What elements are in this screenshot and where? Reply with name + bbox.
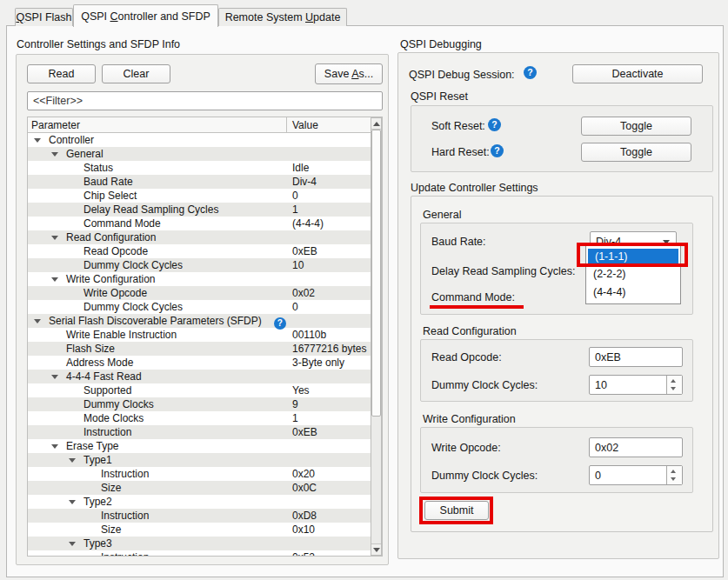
table-row[interactable]: Dummy Clock Cycles0	[28, 300, 371, 314]
write-opcode-input[interactable]: 0x02	[589, 437, 683, 457]
parameter-cell: Size	[28, 523, 121, 536]
column-header-parameter[interactable]: Parameter	[31, 119, 80, 131]
table-row[interactable]: StatusIdle	[28, 161, 371, 175]
expand-arrow-icon[interactable]	[51, 152, 58, 157]
table-header[interactable]: Parameter Value	[28, 117, 371, 133]
parameter-cell: Instruction	[28, 510, 149, 522]
table-row[interactable]: Controller	[28, 133, 371, 147]
clear-button[interactable]: Clear	[102, 64, 170, 83]
table-scrollbar[interactable]	[371, 117, 382, 556]
submit-button[interactable]: Submit	[424, 501, 489, 520]
scrollbar-thumb[interactable]	[371, 130, 381, 417]
read-dummy-clock-cycles-spinbox[interactable]: 10	[589, 375, 683, 395]
column-header-value[interactable]: Value	[292, 119, 318, 131]
sfdp-parameter-table[interactable]: Parameter Value ControllerGeneralStatusI…	[27, 117, 383, 557]
table-row[interactable]: Mode Clocks1	[28, 411, 371, 425]
table-row[interactable]: Baud RateDiv-4	[28, 175, 371, 189]
table-row[interactable]: Type2	[28, 495, 371, 509]
soft-reset-toggle-button[interactable]: Toggle	[581, 117, 691, 136]
hard-reset-help-icon[interactable]: ?	[491, 144, 504, 157]
value-cell: Yes	[292, 383, 371, 397]
table-row[interactable]: Read Opcode0xEB	[28, 244, 371, 258]
dropdown-option[interactable]: (2-2-2)	[586, 265, 680, 283]
table-row[interactable]: Type1	[28, 453, 371, 467]
write-opcode-label: Write Opcode:	[431, 442, 501, 454]
expand-arrow-icon[interactable]	[51, 444, 58, 449]
table-row[interactable]: Dummy Clocks9	[28, 397, 371, 411]
general-title: General	[423, 209, 461, 221]
table-row[interactable]: SupportedYes	[28, 383, 371, 397]
spinner-buttons[interactable]	[666, 376, 682, 394]
table-row[interactable]: Write Enable Instruction00110b	[28, 328, 371, 342]
value-cell: 0	[292, 300, 371, 314]
dropdown-option[interactable]: (1-1-1)	[588, 249, 678, 265]
hard-reset-toggle-button[interactable]: Toggle	[581, 143, 691, 162]
tab-qspi-flash[interactable]: QSPI Flash	[15, 8, 73, 26]
write-dummy-clock-cycles-label: Dummy Clock Cycles:	[431, 470, 538, 482]
qspi-reset-title: QSPI Reset	[411, 90, 468, 103]
parameter-cell: Delay Read Sampling Cycles	[28, 203, 218, 216]
table-row[interactable]: Write Opcode0x02	[28, 286, 371, 300]
table-row[interactable]: Instruction0x52	[28, 550, 371, 556]
table-row[interactable]: Size0x10	[28, 523, 371, 537]
command-mode-dropdown-popup[interactable]: (1-1-1)(2-2-2)(4-4-4)	[585, 245, 681, 304]
value-cell: Div-4	[292, 175, 371, 189]
table-row[interactable]: Type3	[28, 537, 371, 550]
table-row[interactable]: Instruction0xEB	[28, 425, 371, 439]
table-row[interactable]: Delay Read Sampling Cycles1	[28, 203, 371, 217]
read-opcode-input[interactable]: 0xEB	[589, 347, 683, 367]
tab-label: QSPI Flash	[17, 11, 72, 23]
parameter-cell: Size	[28, 482, 121, 494]
soft-reset-label: Soft Reset:	[431, 120, 485, 132]
soft-reset-help-icon[interactable]: ?	[488, 118, 501, 131]
debug-session-label: QSPI Debug Session:	[409, 69, 515, 81]
table-row[interactable]: Size0x0C	[28, 481, 371, 495]
expand-arrow-icon[interactable]	[69, 542, 76, 546]
table-row[interactable]: General	[28, 147, 371, 161]
value-cell: 0xEB	[292, 244, 371, 258]
table-row[interactable]: Flash Size16777216 bytes	[28, 342, 371, 356]
scroll-up-button[interactable]	[371, 118, 381, 130]
table-row[interactable]: Address Mode3-Byte only	[28, 356, 371, 370]
value-cell: Idle	[292, 161, 371, 175]
parameter-cell: Dummy Clock Cycles	[28, 301, 183, 313]
column-divider[interactable]	[286, 117, 287, 132]
parameter-cell: Read Configuration	[28, 231, 156, 243]
table-row[interactable]: Instruction0xD8	[28, 509, 371, 523]
expand-arrow-icon[interactable]	[51, 375, 58, 379]
expand-arrow-icon[interactable]	[51, 277, 58, 282]
table-row[interactable]: Instruction0x20	[28, 467, 371, 481]
table-row[interactable]: Chip Select0	[28, 189, 371, 203]
spin-up-icon	[671, 379, 676, 383]
table-row[interactable]: Dummy Clock Cycles10	[28, 258, 371, 272]
expand-arrow-icon[interactable]	[34, 319, 41, 323]
value-cell: 1	[292, 203, 371, 217]
write-dummy-clock-cycles-spinbox[interactable]: 0	[589, 465, 683, 485]
spin-down-icon	[671, 387, 676, 390]
value-cell: 0x52	[292, 550, 371, 556]
table-row[interactable]: Erase Type	[28, 439, 371, 453]
filter-input[interactable]: <<Filter>>	[27, 91, 383, 110]
tab-label: QSPI Controller and SFDP	[81, 10, 210, 23]
expand-arrow-icon[interactable]	[69, 458, 76, 463]
deactivate-button[interactable]: Deactivate	[572, 64, 703, 83]
spin-down-icon	[671, 477, 676, 481]
scroll-down-button[interactable]	[371, 543, 381, 555]
spinner-buttons[interactable]	[666, 466, 682, 484]
parameter-cell: Erase Type	[28, 440, 118, 452]
dropdown-option[interactable]: (4-4-4)	[586, 283, 680, 302]
read-configuration-title: Read Configuration	[423, 325, 517, 337]
tab-qspi-controller-and-sfdp[interactable]: QSPI Controller and SFDP	[73, 4, 218, 27]
expand-arrow-icon[interactable]	[34, 138, 41, 143]
table-row[interactable]: Serial Flash Discoverable Parameters (SF…	[28, 314, 371, 328]
tab-remote-system-update[interactable]: Remote System Update	[218, 8, 347, 26]
table-row[interactable]: 4-4-4 Fast Read	[28, 370, 371, 383]
table-row[interactable]: Command Mode(4-4-4)	[28, 217, 371, 230]
table-row[interactable]: Write Configuration	[28, 272, 371, 286]
read-button[interactable]: Read	[27, 64, 96, 83]
expand-arrow-icon[interactable]	[69, 500, 76, 504]
save-as-button[interactable]: Save As...	[315, 63, 383, 84]
table-row[interactable]: Read Configuration	[28, 230, 371, 244]
expand-arrow-icon[interactable]	[51, 236, 58, 240]
debug-session-help-icon[interactable]: ?	[524, 66, 537, 79]
